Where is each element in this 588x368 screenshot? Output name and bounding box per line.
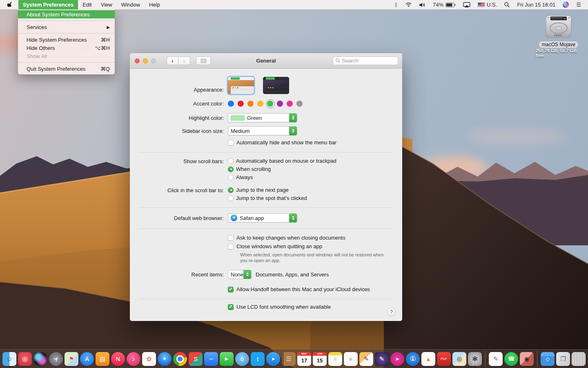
dock-icon-pixelmator[interactable]: ✎ xyxy=(374,351,389,367)
close-windows-checkbox[interactable] xyxy=(228,244,234,249)
appearance-light-option[interactable] xyxy=(228,77,254,94)
highlight-color-select[interactable]: Green xyxy=(228,113,297,122)
dock-icon-photo-booth[interactable]: ◉ xyxy=(519,351,534,367)
ask-keep-checkbox[interactable] xyxy=(228,235,234,241)
back-button[interactable]: ‹ xyxy=(167,56,178,65)
dock-icon-launchpad[interactable]: ➤ xyxy=(49,351,63,367)
show-all-button[interactable] xyxy=(196,56,211,65)
menubar-menu-help[interactable]: Help xyxy=(145,0,165,9)
battery-menu[interactable]: 74% xyxy=(429,0,459,9)
accent-color-green[interactable] xyxy=(267,101,273,107)
dock-icon-itunes[interactable]: ♪ xyxy=(126,351,141,367)
menu-item-hide-others[interactable]: Hide Others⌥⌘H xyxy=(18,44,115,52)
lcd-smoothing-checkbox[interactable]: ✓ xyxy=(228,304,234,310)
dock-icon-image-annotator[interactable]: ✎ xyxy=(359,351,374,367)
dock-icon-calendar-jun[interactable]: JUN15 xyxy=(312,351,327,367)
radio-button[interactable] xyxy=(228,175,234,180)
radio-button[interactable] xyxy=(228,195,234,201)
notification-center-menu[interactable]: ☰ xyxy=(572,0,585,9)
close-button[interactable] xyxy=(135,58,140,63)
dock-icon-messages[interactable]: ••• xyxy=(204,351,218,367)
dock-icon-trash[interactable] xyxy=(571,351,586,367)
dock-icon-1password[interactable]: ① xyxy=(405,351,420,367)
wifi-menu[interactable] xyxy=(401,0,416,9)
accent-color-orange[interactable] xyxy=(247,101,254,107)
dock-icon-twitterrific[interactable]: ö xyxy=(235,351,249,367)
dock-icon-notes[interactable]: ≡ xyxy=(328,351,343,367)
recent-items-select[interactable]: None xyxy=(228,270,252,279)
dock-icon-news[interactable]: N xyxy=(111,351,125,367)
dock-icon-documents-stack[interactable]: ❐ xyxy=(556,351,570,367)
dock-icon-system-preferences[interactable]: ✱ xyxy=(468,351,482,367)
accent-color-blue[interactable] xyxy=(228,101,234,107)
dock-icon-chrome[interactable] xyxy=(173,351,187,367)
accent-color-yellow[interactable] xyxy=(257,101,263,107)
dock-icon-spark[interactable]: ➤ xyxy=(266,351,281,367)
dock-icon-textedit[interactable]: ✎ xyxy=(488,351,503,367)
dock-icon-vlc[interactable]: ▲ xyxy=(421,351,436,367)
radio-option-automatically-based-on-mouse-or-trackpad[interactable]: Automatically based on mouse or trackpad xyxy=(228,158,336,164)
dock-icon-safari[interactable]: ✦ xyxy=(157,351,172,367)
radio-button[interactable] xyxy=(228,187,234,193)
accent-color-gray[interactable] xyxy=(296,101,303,107)
dock-icon-skitch[interactable]: ➤ xyxy=(390,351,405,367)
radio-option-when-scrolling[interactable]: When scrolling xyxy=(228,166,336,172)
menubar-menu-view[interactable]: View xyxy=(96,0,117,9)
menubar-menu-edit[interactable]: Edit xyxy=(78,0,96,9)
siri-menu[interactable] xyxy=(559,0,572,9)
dock-icon-camera-app[interactable]: ◎ xyxy=(18,351,32,367)
help-button[interactable]: ? xyxy=(387,307,396,316)
desktop-icon-macos-mojave[interactable]: macOS Mojave 250.79 GB, 56.7 GB free xyxy=(536,14,581,58)
minimize-button[interactable] xyxy=(143,58,148,63)
dock-icon-preview[interactable]: ◎ xyxy=(452,351,467,367)
appearance-dark-option[interactable] xyxy=(263,77,289,94)
menu-bar-clock[interactable]: Fri Jun 15 16:01 xyxy=(513,0,559,9)
dock-icon-books[interactable]: ▤ xyxy=(95,351,110,367)
dock-icon-photos[interactable]: ✿ xyxy=(142,351,156,367)
spotlight-menu[interactable] xyxy=(501,0,513,9)
menu-item-hide-system-preferences[interactable]: Hide System Preferences⌘H xyxy=(18,36,115,44)
pdf-expert-icon: PDF xyxy=(437,352,451,366)
menu-item-services[interactable]: Services▶ xyxy=(18,23,115,31)
menubar-autohide-checkbox[interactable] xyxy=(228,140,234,146)
radio-button[interactable] xyxy=(228,158,234,164)
search-field[interactable]: Search xyxy=(333,56,398,65)
radio-button[interactable] xyxy=(228,166,234,172)
dock-icon-pdf-expert[interactable]: PDF xyxy=(437,351,451,367)
dock-icon-facetime[interactable]: ▶ xyxy=(219,351,234,367)
dock-icon-twitter[interactable]: t xyxy=(250,351,265,367)
dock-icon-finder[interactable]: ☺ xyxy=(2,351,17,367)
default-browser-select[interactable]: ✦ Safari.app xyxy=(228,213,297,222)
dock-icon-siri[interactable] xyxy=(33,351,48,367)
radio-option-jump-to-the-spot-that-s-clicked[interactable]: Jump to the spot that's clicked xyxy=(228,195,307,201)
radio-option-always[interactable]: Always xyxy=(228,174,336,180)
dock-icon-whatsapp[interactable]: ☎ xyxy=(504,351,519,367)
dock-icon-contacts[interactable]: ☰ xyxy=(281,351,296,367)
radio-option-jump-to-the-next-page[interactable]: Jump to the next page xyxy=(228,187,307,193)
menu-item-about-system-preferences[interactable]: About System Preferences xyxy=(18,10,115,18)
dock-icon-reminders[interactable]: ≡ xyxy=(343,351,358,367)
sidebar-size-select[interactable]: Medium xyxy=(228,126,297,135)
accent-color-red[interactable] xyxy=(238,101,244,107)
whatsapp-icon: ☎ xyxy=(504,352,518,366)
menubar-menu-window[interactable]: Window xyxy=(117,0,145,9)
menubar-menu-system-preferences[interactable]: System Preferences xyxy=(18,0,78,9)
dock-icon-calendar-may[interactable]: MAY17 xyxy=(297,351,312,367)
window-titlebar[interactable]: ‹ › General Search xyxy=(130,53,402,69)
accent-color-pink[interactable] xyxy=(287,101,293,107)
trash-icon xyxy=(572,352,586,366)
handoff-checkbox[interactable]: ✓ xyxy=(228,287,234,292)
dock-icon-app-store[interactable]: A xyxy=(80,351,94,367)
volume-menu[interactable] xyxy=(416,0,429,9)
running-indicator xyxy=(164,366,165,368)
bluetooth-menu[interactable]: ᛒ xyxy=(391,0,401,9)
input-source-menu[interactable]: U.S. xyxy=(474,0,501,9)
apple-menu[interactable] xyxy=(0,0,18,9)
dock-icon-maps[interactable]: ⚑ xyxy=(64,351,79,367)
menu-item-quit-system-preferences[interactable]: Quit System Preferences⌘Q xyxy=(18,65,115,73)
accent-color-purple[interactable] xyxy=(277,101,283,107)
dock-icon-dropbox-folder[interactable]: ◇ xyxy=(540,351,555,367)
maps-icon: ⚑ xyxy=(65,352,78,366)
display-menu[interactable] xyxy=(459,0,474,9)
dock-icon-slack[interactable]: S xyxy=(188,351,203,367)
